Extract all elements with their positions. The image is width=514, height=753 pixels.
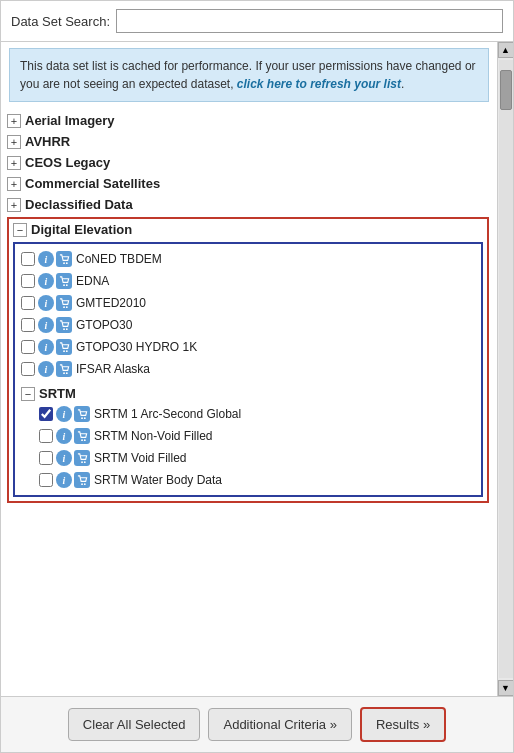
srtm1-label: SRTM 1 Arc-Second Global: [94, 407, 241, 421]
refresh-link[interactable]: click here to refresh your list: [237, 77, 401, 91]
category-digital-elevation-box: − Digital Elevation i: [7, 217, 489, 503]
srtm-void-cart-btn[interactable]: [74, 450, 90, 466]
expand-avhrr-icon: +: [7, 135, 21, 149]
expand-commercial-icon: +: [7, 177, 21, 191]
svg-point-2: [63, 284, 65, 286]
results-button[interactable]: Results »: [360, 707, 446, 742]
svg-point-1: [65, 262, 67, 264]
srtm-nonvoid-label: SRTM Non-Void Filled: [94, 429, 213, 443]
srtm-void-label: SRTM Void Filled: [94, 451, 186, 465]
search-input[interactable]: [116, 9, 503, 33]
srtm-water-cart-btn[interactable]: [74, 472, 90, 488]
gtopo30-checkbox[interactable]: [21, 318, 35, 332]
list-item: i EDNA: [19, 270, 477, 292]
gtopo30-info-btn[interactable]: i: [38, 317, 54, 333]
svg-point-0: [63, 262, 65, 264]
svg-point-13: [83, 417, 85, 419]
srtm-nonvoid-info-btn[interactable]: i: [56, 428, 72, 444]
expand-srtm-icon: −: [21, 387, 35, 401]
ifsar-info-btn[interactable]: i: [38, 361, 54, 377]
svg-point-15: [83, 439, 85, 441]
edna-label: EDNA: [76, 274, 109, 288]
expand-declassified-icon: +: [7, 198, 21, 212]
dataset-tree: + Aerial Imagery + AVHRR + CEOS Legacy +…: [1, 108, 497, 507]
scroll-track[interactable]: [499, 60, 513, 678]
gmted-cart-btn[interactable]: [56, 295, 72, 311]
list-item: i GTOPO30: [19, 314, 477, 336]
category-commercial-label: Commercial Satellites: [25, 176, 160, 191]
info-banner: This data set list is cached for perform…: [9, 48, 489, 102]
category-ceos[interactable]: + CEOS Legacy: [5, 152, 493, 173]
cart-icon: [77, 475, 88, 486]
category-declassified[interactable]: + Declassified Data: [5, 194, 493, 215]
srtm-water-info-btn[interactable]: i: [56, 472, 72, 488]
srtm1-info-btn[interactable]: i: [56, 406, 72, 422]
list-item: i SRTM Void Filled: [37, 447, 477, 469]
category-aerial-label: Aerial Imagery: [25, 113, 115, 128]
category-aerial-imagery[interactable]: + Aerial Imagery: [5, 110, 493, 131]
gtopo30hydro-info-btn[interactable]: i: [38, 339, 54, 355]
coned-info-btn[interactable]: i: [38, 251, 54, 267]
cart-icon: [59, 342, 70, 353]
cart-icon: [59, 320, 70, 331]
svg-point-3: [65, 284, 67, 286]
srtm-void-checkbox[interactable]: [39, 451, 53, 465]
srtm-water-checkbox[interactable]: [39, 473, 53, 487]
edna-checkbox[interactable]: [21, 274, 35, 288]
srtm-nonvoid-checkbox[interactable]: [39, 429, 53, 443]
svg-point-9: [65, 350, 67, 352]
svg-point-7: [65, 328, 67, 330]
category-commercial[interactable]: + Commercial Satellites: [5, 173, 493, 194]
category-ceos-label: CEOS Legacy: [25, 155, 110, 170]
expand-digital-icon: −: [13, 223, 27, 237]
cart-icon: [77, 453, 88, 464]
ifsar-checkbox[interactable]: [21, 362, 35, 376]
svg-point-11: [65, 372, 67, 374]
scroll-up-btn[interactable]: ▲: [498, 42, 514, 58]
svg-point-8: [63, 350, 65, 352]
edna-info-btn[interactable]: i: [38, 273, 54, 289]
expand-aerial-icon: +: [7, 114, 21, 128]
coned-checkbox[interactable]: [21, 252, 35, 266]
gmted-checkbox[interactable]: [21, 296, 35, 310]
gtopo30-label: GTOPO30: [76, 318, 132, 332]
coned-cart-btn[interactable]: [56, 251, 72, 267]
srtm-label: SRTM: [39, 386, 76, 401]
svg-point-19: [83, 483, 85, 485]
svg-point-12: [81, 417, 83, 419]
category-declassified-label: Declassified Data: [25, 197, 133, 212]
srtm-group: − SRTM i: [19, 384, 477, 491]
category-avhrr[interactable]: + AVHRR: [5, 131, 493, 152]
ifsar-cart-btn[interactable]: [56, 361, 72, 377]
edna-cart-btn[interactable]: [56, 273, 72, 289]
scroll-thumb[interactable]: [500, 70, 512, 110]
srtm-header[interactable]: − SRTM: [19, 384, 477, 403]
list-item: i SRTM 1 Arc-Second Global: [37, 403, 477, 425]
cart-icon: [59, 298, 70, 309]
srtm-nonvoid-cart-btn[interactable]: [74, 428, 90, 444]
srtm1-checkbox[interactable]: [39, 407, 53, 421]
additional-criteria-button[interactable]: Additional Criteria »: [208, 708, 351, 741]
svg-point-10: [63, 372, 65, 374]
bottom-bar: Clear All Selected Additional Criteria »…: [1, 696, 513, 752]
gtopo30hydro-label: GTOPO30 HYDRO 1K: [76, 340, 197, 354]
svg-point-18: [81, 483, 83, 485]
banner-text2: .: [401, 77, 404, 91]
clear-all-button[interactable]: Clear All Selected: [68, 708, 201, 741]
svg-point-4: [63, 306, 65, 308]
svg-point-5: [65, 306, 67, 308]
cart-icon: [77, 409, 88, 420]
category-digital-elevation[interactable]: − Digital Elevation: [9, 219, 487, 240]
search-label: Data Set Search:: [11, 14, 110, 29]
list-item: i SRTM Non-Void Filled: [37, 425, 477, 447]
gmted-info-btn[interactable]: i: [38, 295, 54, 311]
cart-icon: [59, 364, 70, 375]
srtm1-cart-btn[interactable]: [74, 406, 90, 422]
srtm-void-info-btn[interactable]: i: [56, 450, 72, 466]
scrollbar: ▲ ▼: [497, 42, 513, 696]
scroll-down-btn[interactable]: ▼: [498, 680, 514, 696]
gtopo30-cart-btn[interactable]: [56, 317, 72, 333]
list-item: i GMTED2010: [19, 292, 477, 314]
gtopo30hydro-cart-btn[interactable]: [56, 339, 72, 355]
gtopo30hydro-checkbox[interactable]: [21, 340, 35, 354]
